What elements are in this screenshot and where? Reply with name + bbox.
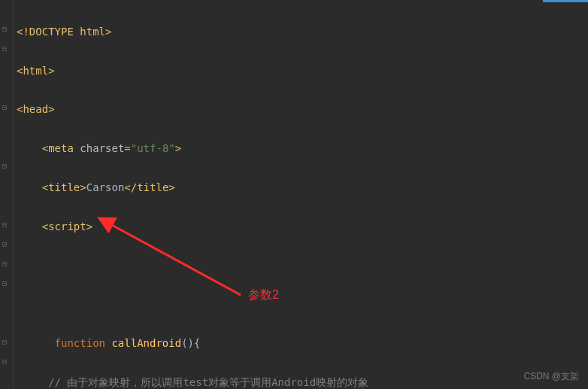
fold-icon[interactable]: ⊟: [2, 260, 7, 268]
code-line: <script>: [17, 217, 588, 237]
code-line: [17, 257, 588, 276]
fold-icon[interactable]: ⊟: [2, 26, 7, 33]
fold-icon[interactable]: ⊟: [2, 358, 7, 366]
code-line: <meta charset="utf-8">: [17, 139, 588, 159]
code-line: <head>: [17, 100, 588, 120]
fold-icon[interactable]: ⊟: [2, 339, 7, 346]
code-line: <html>: [17, 62, 588, 81]
code-area[interactable]: <!DOCTYPE html> <html> <head> <meta char…: [14, 0, 588, 389]
watermark: CSDN @支架: [523, 370, 579, 383]
fold-icon[interactable]: ⊟: [2, 221, 7, 229]
annotation-label: 参数2: [248, 287, 279, 303]
gutter: ⊟ ⊟ ⊟ ⊟ ⊟ ⊟ ⊟ ⊟ ⊟ ⊟: [0, 0, 14, 389]
fold-icon[interactable]: ⊟: [2, 104, 7, 111]
fold-icon[interactable]: ⊟: [2, 241, 7, 248]
code-line: // 由于对象映射，所以调用test对象等于调用Android映射的对象: [17, 373, 588, 389]
fold-icon[interactable]: ⊟: [2, 45, 7, 53]
fold-icon[interactable]: ⊟: [2, 163, 7, 170]
code-line: <!DOCTYPE html>: [17, 23, 588, 42]
code-line: function callAndroid(){: [17, 334, 588, 354]
code-line: [17, 295, 588, 315]
code-editor: ⊟ ⊟ ⊟ ⊟ ⊟ ⊟ ⊟ ⊟ ⊟ ⊟ <!DOCTYPE html> <htm…: [0, 0, 588, 389]
fold-icon[interactable]: ⊟: [2, 280, 7, 287]
code-line: <title>Carson</title>: [17, 178, 588, 198]
